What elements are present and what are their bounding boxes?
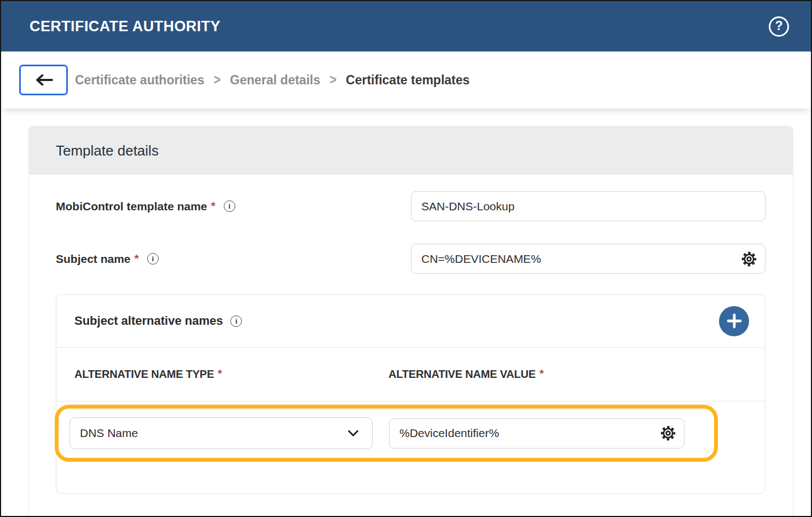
question-mark-icon: ?	[775, 19, 782, 33]
required-marker: *	[540, 367, 544, 380]
column-alternative-name-value: ALTERNATIVE NAME VALUE	[388, 368, 536, 381]
breadcrumb-item-general-details[interactable]: General details	[230, 73, 320, 88]
macro-gear-button[interactable]	[660, 425, 676, 441]
san-panel-header: Subject alternative names i	[56, 295, 765, 348]
app-bar: CERTIFICATE AUTHORITY ?	[1, 1, 811, 51]
certificate-authority-page: CERTIFICATE AUTHORITY ? Certificate auth…	[0, 0, 812, 517]
subject-name-input[interactable]	[411, 244, 765, 274]
breadcrumb-separator: >	[329, 72, 337, 88]
gear-icon	[660, 426, 676, 441]
breadcrumb-bar: Certificate authorities > General detail…	[1, 51, 811, 108]
san-column-headers: ALTERNATIVE NAME TYPE * ALTERNATIVE NAME…	[56, 348, 765, 401]
macro-gear-button[interactable]	[741, 251, 757, 267]
highlight-annotation: DNS Name	[55, 405, 718, 462]
card-header: Template details	[29, 127, 793, 175]
plus-icon	[727, 313, 742, 329]
required-marker: *	[218, 367, 222, 380]
subject-name-row: Subject name * i	[56, 244, 765, 274]
required-marker: *	[135, 252, 139, 265]
card-title: Template details	[56, 142, 159, 159]
gear-icon	[741, 251, 757, 267]
template-name-input[interactable]	[411, 191, 765, 221]
san-rows: DNS Name	[56, 401, 765, 493]
template-name-label: MobiControl template name	[56, 200, 207, 213]
subject-alternative-names-panel: Subject alternative names i ALTERNATIVE …	[56, 294, 765, 494]
help-button[interactable]: ?	[769, 16, 789, 37]
info-icon[interactable]: i	[224, 200, 235, 212]
card-body: MobiControl template name * i Subject na…	[29, 191, 793, 494]
breadcrumb-separator: >	[213, 72, 221, 88]
breadcrumb: Certificate authorities > General detail…	[75, 73, 469, 88]
template-details-card: Template details MobiControl template na…	[28, 126, 793, 516]
add-san-button[interactable]	[719, 306, 749, 336]
selected-option: DNS Name	[80, 427, 138, 440]
chevron-down-icon	[347, 430, 359, 437]
alternative-name-type-select[interactable]: DNS Name	[69, 417, 373, 449]
san-title: Subject alternative names	[74, 314, 223, 328]
required-marker: *	[211, 199, 216, 212]
info-icon[interactable]: i	[230, 315, 242, 327]
page-title: CERTIFICATE AUTHORITY	[30, 18, 221, 35]
breadcrumb-item-certificate-authorities[interactable]: Certificate authorities	[75, 73, 204, 88]
breadcrumb-item-certificate-templates: Certificate templates	[346, 73, 469, 88]
info-icon[interactable]: i	[147, 253, 159, 265]
back-button[interactable]	[19, 65, 68, 95]
template-name-row: MobiControl template name * i	[56, 191, 765, 221]
subject-name-label: Subject name	[56, 252, 131, 266]
alternative-name-value-input[interactable]	[389, 418, 685, 449]
arrow-left-icon	[34, 73, 54, 87]
column-alternative-name-type: ALTERNATIVE NAME TYPE	[74, 368, 214, 381]
